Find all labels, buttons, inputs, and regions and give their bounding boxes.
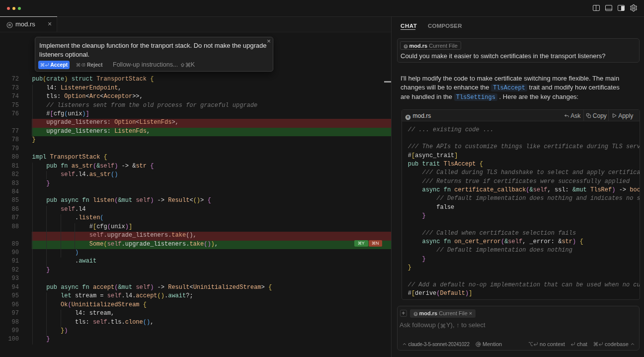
svg-text:R: R	[414, 313, 416, 315]
svg-text:R: R	[404, 45, 406, 48]
svg-text:R: R	[8, 23, 11, 27]
